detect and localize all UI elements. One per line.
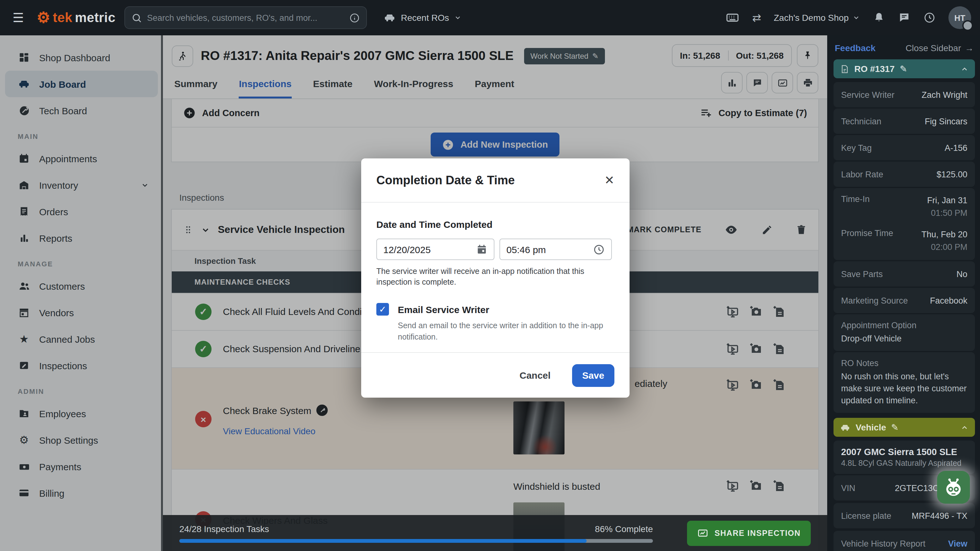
- feedback-link[interactable]: Feedback: [835, 43, 875, 53]
- progress-track: [179, 539, 653, 543]
- search-placeholder: Search vehicles, customers, RO's, and mo…: [147, 13, 344, 22]
- progress-fill: [179, 539, 587, 543]
- shop-selector[interactable]: Zach's Demo Shop: [774, 13, 860, 23]
- email-service-writer-label: Email Service Writer: [398, 304, 489, 314]
- search-info-icon[interactable]: [349, 12, 360, 23]
- logo-text-tek: tek: [53, 10, 72, 25]
- ro-info-row: Key TagA-156: [834, 135, 975, 160]
- edit-pencil-icon[interactable]: ✎: [891, 422, 899, 432]
- vehicle-name-row: 2007 GMC Sierra 1500 SLE 4.8L 8Cyl GAS N…: [834, 441, 975, 474]
- cancel-button[interactable]: Cancel: [516, 369, 554, 381]
- ro-times-card: Time-In Fri, Jan 3101:50 PM Promise Time…: [834, 188, 975, 260]
- calendar-icon[interactable]: [476, 244, 487, 255]
- chevron-down-icon: [853, 14, 860, 21]
- recent-ros-dropdown[interactable]: Recent ROs: [383, 11, 462, 24]
- email-service-writer-checkbox[interactable]: ✓: [376, 303, 389, 316]
- hamburger-menu-icon[interactable]: ☰: [9, 10, 28, 25]
- inspection-tasks-count: 24/28 Inspection Tasks: [179, 524, 269, 534]
- ro-info-row: Labor Rate$125.00: [834, 162, 975, 187]
- arrow-right-icon: →: [965, 43, 974, 53]
- vehicle-history-view-link[interactable]: View: [948, 539, 967, 548]
- ro-card-header[interactable]: RO #1317 ✎: [834, 59, 975, 78]
- vehicle-card-header[interactable]: Vehicle ✎: [834, 418, 975, 437]
- recent-ros-label: Recent ROs: [401, 13, 449, 23]
- logo-gear-icon: ⚙: [37, 10, 50, 25]
- edit-pencil-icon[interactable]: ✎: [900, 64, 907, 74]
- modal-title: Completion Date & Time: [376, 173, 515, 187]
- messages-icon[interactable]: [898, 11, 910, 24]
- history-clock-icon[interactable]: [923, 11, 936, 24]
- share-inspection-button[interactable]: SHARE INSPECTION: [687, 520, 811, 546]
- notifications-bell-icon[interactable]: [873, 11, 885, 24]
- license-plate-row: License plateMRF4496 - TX: [834, 503, 975, 528]
- chevron-up-icon[interactable]: [961, 423, 969, 431]
- chevron-down-icon: [454, 14, 461, 21]
- keyboard-icon[interactable]: [725, 11, 740, 25]
- tekmetric-logo[interactable]: ⚙ tekmetric: [37, 10, 116, 25]
- tekmetric-app: ☰ ⚙ tekmetric Search vehicles, customers…: [0, 0, 980, 551]
- vehicle-history-row: Vehicle History Report View: [834, 531, 975, 551]
- top-bar: ☰ ⚙ tekmetric Search vehicles, customers…: [0, 0, 980, 35]
- car-icon: [840, 422, 851, 433]
- robot-icon: [942, 475, 966, 499]
- save-button[interactable]: Save: [572, 364, 614, 387]
- share-image-icon: [697, 527, 708, 539]
- logo-text-metric: metric: [75, 10, 115, 25]
- inspection-percent-complete: 86% Complete: [595, 524, 653, 534]
- close-icon[interactable]: ✕: [604, 173, 614, 187]
- document-icon: [840, 64, 849, 73]
- notification-helper-text: The service writer will receive an in-ap…: [376, 266, 604, 288]
- user-avatar[interactable]: HT: [948, 6, 971, 29]
- ro-info-row: Save PartsNo: [834, 261, 975, 287]
- ro-info-row: TechnicianFig Sincars: [834, 108, 975, 134]
- switch-shop-icon[interactable]: ⇄: [752, 12, 761, 23]
- avatar-status-dot: [963, 20, 973, 31]
- ro-notes-row: RO Notes No rush on this one, but let's …: [834, 352, 975, 413]
- email-checkbox-help-text: Send an email to the service writer in a…: [398, 320, 606, 343]
- ro-info-row: Service WriterZach Wright: [834, 82, 975, 107]
- completion-date-input[interactable]: 12/20/2025: [376, 238, 495, 260]
- date-time-completed-label: Date and Time Completed: [376, 219, 614, 230]
- ro-info-row: Marketing SourceFacebook: [834, 288, 975, 313]
- completion-time-input[interactable]: 05:46 pm: [500, 238, 612, 260]
- appointment-option-row: Appointment Option Drop-off Vehicle: [834, 314, 975, 351]
- inspection-progress-footer: 24/28 Inspection Tasks 86% Complete SHAR…: [163, 515, 827, 551]
- close-sidebar-button[interactable]: Close Sidebar →: [905, 43, 974, 53]
- avatar-initials: HT: [955, 13, 966, 22]
- assistant-bot-widget[interactable]: [937, 471, 970, 504]
- shop-name: Zach's Demo Shop: [774, 13, 849, 23]
- clock-icon[interactable]: [593, 243, 605, 255]
- completion-date-time-modal: Completion Date & Time ✕ Date and Time C…: [361, 159, 630, 398]
- chevron-up-icon[interactable]: [961, 65, 969, 73]
- search-icon: [131, 12, 142, 23]
- car-icon: [383, 11, 396, 24]
- global-search-input[interactable]: Search vehicles, customers, RO's, and mo…: [124, 6, 367, 29]
